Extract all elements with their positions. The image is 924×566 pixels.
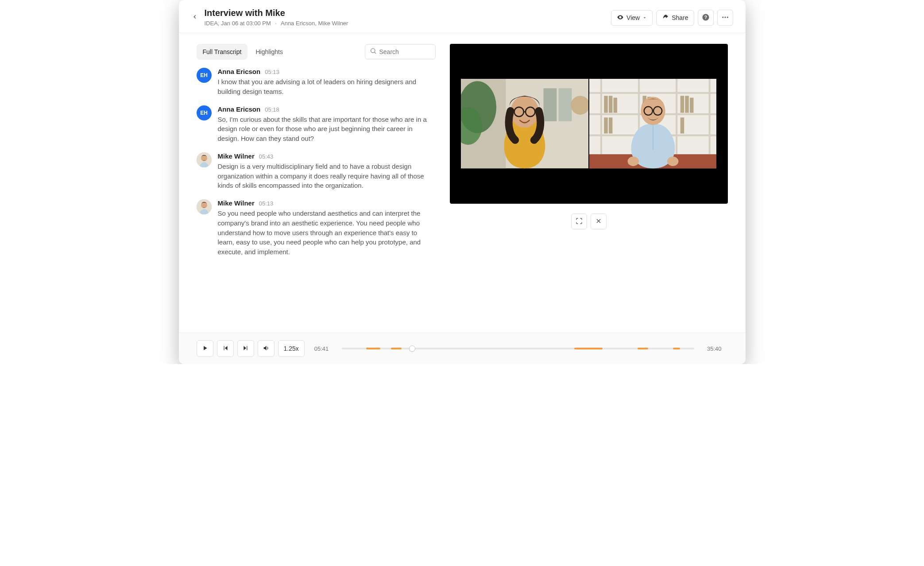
svg-text:?: ? [704,14,707,19]
timestamp[interactable]: 05:43 [259,153,274,160]
play-icon [202,345,208,353]
share-button-label: Share [672,14,688,21]
more-button[interactable] [717,10,733,26]
playhead[interactable] [409,345,415,352]
svg-rect-40 [608,118,612,134]
transcript-entry[interactable]: EHAnna Ericson05:18So, I'm curious about… [197,105,428,143]
transcript-text[interactable]: I know that you are advising a lot of le… [218,77,428,97]
playback-speed[interactable]: 1.25x [278,340,305,357]
back-button[interactable] [189,11,201,23]
svg-point-9 [201,155,207,161]
play-button[interactable] [197,340,213,357]
svg-point-3 [722,16,723,18]
view-button[interactable]: View [611,10,653,26]
timestamp[interactable]: 05:13 [259,200,274,207]
svg-line-7 [375,52,376,54]
tab-highlights[interactable]: Highlights [249,44,289,60]
svg-rect-33 [613,98,617,113]
highlight-segment[interactable] [391,348,402,349]
video-tile-anna [461,79,588,168]
avatar: EH [197,105,212,120]
transcript-text[interactable]: Design is a very multidisciplinary field… [218,162,428,190]
meta-project: IDEA [205,20,218,27]
avatar [197,152,212,167]
speaker-name: Anna Ericson [218,105,261,113]
highlight-segment[interactable] [574,348,603,349]
tab-full-transcript[interactable]: Full Transcript [197,44,248,60]
page-meta: IDEA, Jan 06 at 03:00 PM · Anna Ericson,… [205,20,611,27]
close-icon [595,218,602,225]
speaker-name: Mike Wilner [218,199,255,207]
highlight-segment[interactable] [366,348,380,349]
transcript-entry[interactable]: EHAnna Ericson05:13I know that you are a… [197,68,428,97]
expand-icon [576,217,583,226]
svg-point-0 [620,16,621,18]
svg-rect-32 [608,96,612,113]
transcript-text[interactable]: So you need people who understand aesthe… [218,209,428,257]
search-icon [370,47,377,56]
view-button-label: View [626,14,640,21]
meta-datetime: Jan 06 at 03:00 PM [221,20,271,27]
skip-next-icon [243,345,249,353]
avatar [197,199,212,214]
speaker-name: Anna Ericson [218,68,261,75]
volume-button[interactable] [258,340,274,357]
timeline[interactable] [342,344,694,353]
svg-rect-38 [689,98,693,113]
svg-point-47 [627,157,639,166]
svg-rect-17 [558,89,572,121]
help-button[interactable]: ? [698,10,714,26]
next-button[interactable] [237,340,254,357]
svg-rect-37 [685,96,689,113]
volume-icon [263,345,270,353]
time-current: 05:41 [314,345,332,352]
svg-point-4 [724,16,726,18]
transcript-entry[interactable]: Mike Wilner05:43Design is a very multidi… [197,152,428,190]
svg-point-6 [371,49,375,53]
skip-previous-icon [222,345,228,353]
svg-rect-36 [680,96,684,113]
transcript-list[interactable]: EHAnna Ericson05:13I know that you are a… [197,68,436,333]
svg-rect-31 [604,96,608,113]
svg-rect-39 [604,118,608,134]
svg-point-11 [201,202,207,208]
transcript-entry[interactable]: Mike Wilner05:13So you need people who u… [197,199,428,257]
expand-video-button[interactable] [571,213,587,229]
search-input[interactable] [379,48,424,55]
time-total: 35:40 [704,345,722,352]
eye-icon [617,14,624,22]
highlight-segment[interactable] [673,348,680,349]
svg-point-48 [667,157,678,166]
share-button[interactable]: Share [656,10,694,26]
video-player[interactable] [450,44,728,204]
page-title: Interview with Mike [205,8,611,18]
timestamp[interactable]: 05:18 [265,106,279,113]
transcript-text[interactable]: So, I'm curious about the skills that ar… [218,115,428,143]
more-icon [721,13,729,23]
avatar: EH [197,68,212,83]
speaker-name: Mike Wilner [218,152,255,160]
timestamp[interactable]: 05:13 [265,69,279,75]
svg-point-5 [727,16,728,18]
share-icon [662,14,669,22]
svg-rect-16 [543,89,557,121]
video-tile-mike [589,79,717,168]
search-box[interactable] [365,44,436,59]
highlight-segment[interactable] [638,348,648,349]
prev-button[interactable] [217,340,234,357]
meta-participants: Anna Ericson, Mike Wilner [281,20,348,27]
help-icon: ? [702,13,710,23]
close-video-button[interactable] [591,213,607,229]
svg-rect-41 [680,118,684,134]
chevron-down-icon [642,14,647,21]
